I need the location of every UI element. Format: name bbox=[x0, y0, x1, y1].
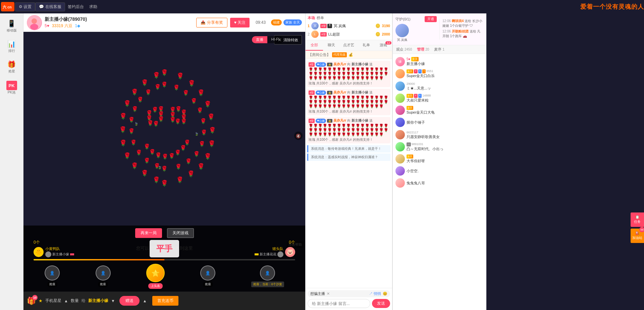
gas-icon: ⛽ bbox=[635, 231, 639, 235]
announcement-label: 【房间公告】 bbox=[308, 52, 330, 57]
follow-button[interactable]: ♥ 关注 bbox=[230, 18, 250, 27]
live-toggle[interactable]: 直播 bbox=[252, 36, 267, 43]
user-6-avatar bbox=[395, 118, 405, 127]
user-row-6: 握你个锤子 bbox=[394, 116, 485, 128]
sidebar-item-rank[interactable]: 📊 排行 bbox=[0, 37, 23, 56]
verb-1: 送 bbox=[369, 62, 373, 67]
svg-text:🌹: 🌹 bbox=[153, 176, 160, 184]
share-button[interactable]: 📤 分享有奖 bbox=[196, 18, 227, 27]
whisper-btn[interactable]: ↗ 悄悄 bbox=[369, 291, 381, 296]
seat-1[interactable]: 👤 抢座 bbox=[45, 265, 60, 287]
customer-service-button[interactable]: 💬 在线客服 bbox=[35, 2, 65, 11]
user-8-avatar bbox=[395, 142, 405, 151]
viewers-label: 观众 bbox=[396, 47, 404, 52]
emoji-btn[interactable]: 😊 bbox=[383, 292, 387, 296]
seat-2[interactable]: 👤 抢座 bbox=[96, 265, 111, 287]
gift-time-1: 12:06 bbox=[442, 19, 451, 23]
sender-3: 吴亦凡rr bbox=[333, 118, 346, 123]
announce-badge[interactable]: 代理充值 bbox=[332, 52, 347, 57]
task-label: 任务 bbox=[634, 220, 641, 224]
rank-row-2: 2 L 8管 LL超甜 🪙 2000 bbox=[308, 30, 390, 38]
seat-3[interactable]: 👤 抢座 bbox=[200, 265, 215, 287]
streamer-user-info: 5♥ 全天 新主播小缘 bbox=[407, 57, 484, 66]
seat-4[interactable]: 👤 抢座，当前：0个沙发 bbox=[251, 265, 284, 287]
rank-tab-this[interactable]: 本场 bbox=[308, 15, 315, 20]
gift-bag-button[interactable]: 🎁 10 bbox=[27, 297, 36, 305]
streamer-badges: 5♥ 全天 bbox=[407, 57, 484, 61]
recharge-button[interactable]: 首充送币 bbox=[152, 296, 178, 306]
chat-input[interactable] bbox=[308, 299, 370, 308]
float-gas-btn[interactable]: ⛽ 加油站 68 bbox=[631, 229, 644, 243]
svg-text:🌹: 🌹 bbox=[204, 101, 212, 108]
svg-text:🌹: 🌹 bbox=[158, 116, 164, 122]
wish-close[interactable]: ✕ bbox=[327, 292, 330, 296]
tab-chat[interactable]: 聊天 bbox=[323, 40, 340, 51]
user-9-badge: 全天 bbox=[407, 154, 413, 159]
game-overlay: 再来一局 关闭游戏 0个 🐥 小黄鸭队 bbox=[23, 226, 305, 292]
fans-label: 麦序 bbox=[434, 47, 441, 52]
arrow-send-icon[interactable]: ▲ bbox=[143, 299, 147, 303]
rank-num-2: 2 bbox=[308, 32, 310, 36]
settings-button[interactable]: ⚙ 设置 bbox=[15, 2, 35, 11]
svg-text:🌹: 🌹 bbox=[168, 153, 175, 159]
svg-text:🌹: 🌹 bbox=[144, 158, 150, 164]
left-team-info: 🐥 小黄鸭队 新主播小缘 bbox=[34, 246, 150, 257]
seat-3-icon: 👤 bbox=[205, 271, 210, 275]
streamer-username: 新主播小缘 bbox=[407, 61, 484, 66]
action-text-1: 向 bbox=[347, 62, 351, 67]
svg-text:🌹: 🌹 bbox=[185, 158, 192, 165]
user-row-2: 全天 V K + 6551 Super金天口白乐 bbox=[394, 68, 485, 80]
gift-badge: 10 bbox=[32, 295, 38, 300]
close-game-button[interactable]: 关闭游戏 bbox=[167, 228, 194, 238]
site-logo[interactable]: 六 cn bbox=[0, 1, 15, 13]
arrow-down-icon[interactable]: ▼ bbox=[111, 299, 115, 303]
rank-tab-list[interactable]: 榜单 bbox=[317, 15, 324, 20]
right-player-info: 新主播花花 bbox=[255, 251, 283, 257]
tab-games[interactable]: 游戏 12 bbox=[375, 40, 392, 51]
guard-avatars: 冥.岚佩 bbox=[395, 24, 437, 42]
sidebar-item-pk[interactable]: PK PK池 bbox=[0, 78, 23, 98]
manage-count: 20 bbox=[425, 48, 429, 51]
tab-fans[interactable]: 麦序 1 bbox=[434, 47, 444, 52]
svg-text:🌹: 🌹 bbox=[119, 126, 127, 133]
tab-manage[interactable]: 管理 20 bbox=[417, 47, 429, 52]
rank-num-1: 1 bbox=[308, 24, 310, 28]
users-column: 守护(0/1) 开通 冥.岚佩 12:06 啊珙珙4 bbox=[392, 13, 486, 310]
gift-user-1: 啊珙珙4 bbox=[452, 19, 464, 23]
tab-all[interactable]: 全部 bbox=[306, 40, 323, 51]
gift-chat-header-3: 8管 ❤心缘 🔒 吴亦凡rr 向 新主播小缘 送 bbox=[309, 118, 389, 123]
rank-row-1: 1 冥 8管 🎖 冥.岚佩 🪙 3190 bbox=[308, 22, 390, 29]
rank-1-coin-icon: 🪙 bbox=[375, 23, 380, 28]
tab-viewers[interactable]: 观众 2450 bbox=[396, 47, 412, 52]
tab-gifts[interactable]: 礼单 bbox=[358, 40, 375, 51]
user-row-8: 一 9891031 凸～无双时代、小出っ bbox=[394, 141, 485, 153]
seat-2-circle: 👤 bbox=[96, 265, 111, 281]
sidebar-item-grab[interactable]: 🎁 抢星 bbox=[0, 58, 23, 76]
arrow-up-icon[interactable]: ▲ bbox=[64, 299, 68, 303]
pk-logo: PK bbox=[6, 81, 17, 90]
wish-label: 想骗主播 bbox=[310, 291, 325, 296]
send-button[interactable]: 发送 bbox=[372, 299, 390, 308]
flowers-2: 🌹🌹🌹🌹🌹🌹🌹🌹🌹🌹🌹🌹🌹🌹🌹🌹🌹🌹🌹🌹🌹🌹🌹🌹🌹🌹🌹🌹🌹🌹🌹🌹🌹🌹🌹🌹🌹🌹🌹🌹… bbox=[309, 96, 389, 109]
streamer-avatar[interactable] bbox=[27, 15, 42, 30]
user-9-avatar bbox=[395, 154, 405, 164]
stream-toggle: 直播 HI-FI bbox=[252, 36, 283, 43]
user-3-name: ミ★...天意...ッ bbox=[407, 86, 484, 91]
seat-star[interactable]: ⭐ 上头条 bbox=[146, 264, 165, 289]
flowers-3: 🌹🌹🌹🌹🌹🌹🌹🌹🌹🌹🌹🌹🌹🌹🌹🌹🌹🌹🌹🌹🌹🌹🌹🌹🌹🌹🌹🌹🌹🌹🌹🌹🌹🌹🌹🌹🌹🌹🌹🌹… bbox=[309, 124, 389, 137]
guard-open-button[interactable]: 开通 bbox=[425, 16, 437, 22]
send-gift-button[interactable]: 赠送 bbox=[119, 296, 140, 306]
tab-talent[interactable]: 点才艺 bbox=[340, 40, 358, 51]
sidebar-item-mobile[interactable]: 📱 移动版 bbox=[0, 17, 23, 36]
replay-button[interactable]: 再来一局 bbox=[135, 228, 162, 238]
left-score: 0个 bbox=[34, 240, 150, 245]
gift-chat-3: 8管 ❤心缘 🔒 吴亦凡rr 向 新主播小缘 送 🌹🌹🌹🌹🌹🌹🌹🌹🌹🌹🌹🌹🌹🌹🌹… bbox=[307, 117, 390, 143]
sign-backstage-link[interactable]: 签约后台 bbox=[65, 4, 87, 10]
share-label: 分享有奖 bbox=[207, 20, 223, 25]
float-task-btn[interactable]: 📋 任务 bbox=[631, 212, 644, 227]
streamer-tags: 福建 家族 全天 bbox=[271, 19, 302, 25]
volume-button[interactable]: 🔇 bbox=[294, 132, 303, 140]
hifi-toggle[interactable]: HI-FI bbox=[267, 36, 283, 43]
user-4-id: 14888 bbox=[422, 94, 431, 98]
help-link[interactable]: 求助 bbox=[87, 4, 100, 10]
